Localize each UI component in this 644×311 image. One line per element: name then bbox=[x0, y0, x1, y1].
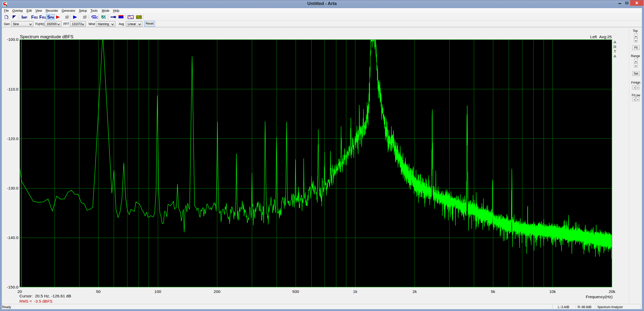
svg-text:Spectrum magnitude dBFS: Spectrum magnitude dBFS bbox=[20, 34, 73, 39]
svg-text:A: A bbox=[614, 40, 616, 44]
svg-text:1k: 1k bbox=[353, 289, 358, 294]
svg-text:100: 100 bbox=[154, 289, 161, 294]
svg-text:R: R bbox=[613, 45, 616, 49]
svg-text:Left Avg:25: Left Avg:25 bbox=[590, 35, 612, 39]
svg-text:-110.0: -110.0 bbox=[7, 87, 18, 91]
svg-text:Cursor: 20.5 Hz, -126.61 dB: Cursor: 20.5 Hz, -126.61 dB bbox=[19, 294, 71, 298]
svg-text:-100.0: -100.0 bbox=[7, 37, 18, 42]
svg-text:2k: 2k bbox=[413, 289, 417, 294]
svg-text:20k: 20k bbox=[609, 289, 615, 294]
svg-text:RMS = -3.5 dBFS: RMS = -3.5 dBFS bbox=[19, 299, 52, 303]
svg-text:5k: 5k bbox=[491, 289, 495, 294]
svg-text:Frequency(Hz): Frequency(Hz) bbox=[586, 295, 613, 299]
svg-text:-120.0: -120.0 bbox=[7, 136, 18, 141]
svg-text:200: 200 bbox=[214, 289, 220, 294]
svg-text:-150.0: -150.0 bbox=[7, 285, 18, 289]
svg-text:50: 50 bbox=[96, 289, 101, 294]
svg-text:T: T bbox=[614, 49, 616, 54]
svg-text:A: A bbox=[614, 54, 616, 58]
svg-text:500: 500 bbox=[292, 289, 299, 294]
svg-text:-140.0: -140.0 bbox=[7, 235, 18, 240]
svg-text:20: 20 bbox=[17, 289, 22, 294]
svg-text:-130.0: -130.0 bbox=[7, 186, 18, 190]
svg-text:10k: 10k bbox=[549, 289, 556, 294]
